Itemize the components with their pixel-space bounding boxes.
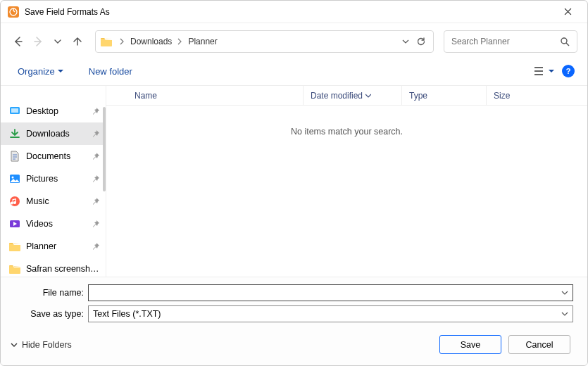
chevron-right-icon: [120, 38, 125, 45]
savetype-label: Save as type:: [1, 309, 88, 319]
sidebar-item-label: Music: [26, 196, 49, 206]
titlebar: Save Field Formats As: [1, 1, 587, 23]
search-input[interactable]: [451, 37, 560, 46]
svg-point-5: [12, 177, 14, 179]
recent-locations-button[interactable]: [50, 33, 65, 50]
caret-down-icon[interactable]: [561, 289, 568, 296]
document-icon: [9, 151, 20, 162]
nav-forward-button[interactable]: [30, 33, 46, 50]
sidebar-item-safran-screenshots[interactable]: Safran screenshots: [1, 258, 106, 280]
nav-up-button[interactable]: [70, 33, 85, 50]
hide-folders-button[interactable]: Hide Folders: [11, 340, 72, 350]
app-icon: [8, 6, 19, 18]
empty-message: No items match your search.: [106, 106, 587, 277]
main-split: Desktop Downloads Documents Pictures Mus…: [1, 86, 587, 277]
close-button[interactable]: [555, 2, 580, 22]
pin-icon: [92, 175, 100, 183]
help-button[interactable]: ?: [562, 65, 575, 77]
pin-icon: [92, 198, 100, 206]
sidebar-item-label: Planner: [26, 241, 56, 251]
save-button[interactable]: Save: [439, 335, 501, 354]
pin-icon: [92, 220, 100, 228]
column-size[interactable]: Size: [487, 86, 587, 105]
sidebar-item-label: Desktop: [26, 106, 58, 116]
search-icon: [560, 37, 570, 46]
hide-folders-label: Hide Folders: [22, 340, 72, 350]
pin-icon: [92, 243, 100, 251]
sidebar-item-music[interactable]: Music: [1, 190, 106, 213]
pin-icon: [92, 108, 100, 115]
save-form: File name: Save as type: Text Files (*.T…: [1, 277, 587, 365]
address-bar[interactable]: Downloads Planner: [95, 30, 434, 53]
sidebar-item-downloads[interactable]: Downloads: [1, 122, 106, 145]
folder-icon: [9, 241, 20, 252]
filename-input[interactable]: [88, 284, 573, 301]
sidebar-item-videos[interactable]: Videos: [1, 213, 106, 235]
view-options-button[interactable]: [534, 63, 555, 80]
sidebar-item-desktop[interactable]: Desktop: [1, 100, 106, 122]
filename-label: File name:: [1, 288, 88, 298]
svg-point-6: [10, 196, 20, 206]
organize-button[interactable]: Organize: [13, 63, 68, 80]
desktop-icon: [9, 106, 20, 117]
sidebar-item-planner[interactable]: Planner: [1, 235, 106, 258]
address-dropdown-button[interactable]: [402, 38, 409, 45]
sidebar-item-label: Pictures: [26, 174, 58, 184]
pin-icon: [92, 153, 100, 160]
cancel-button[interactable]: Cancel: [508, 335, 570, 354]
toolbar: Organize New folder ?: [1, 60, 587, 86]
caret-down-icon: [549, 68, 554, 74]
sidebar-item-documents[interactable]: Documents: [1, 145, 106, 168]
chevron-right-icon: [177, 38, 182, 45]
column-date-modified[interactable]: Date modified: [304, 86, 402, 105]
organize-label: Organize: [18, 66, 55, 77]
sort-caret-icon: [365, 93, 371, 99]
window-title: Save Field Formats As: [25, 7, 555, 17]
file-list-area: Name Date modified Type Size No items ma…: [106, 86, 587, 277]
column-headers: Name Date modified Type Size: [106, 86, 587, 106]
new-folder-label: New folder: [89, 66, 132, 77]
chevron-down-icon: [11, 341, 18, 348]
savetype-value: Text Files (*.TXT): [93, 309, 161, 319]
breadcrumb-planner[interactable]: Planner: [184, 35, 221, 48]
download-icon: [9, 128, 20, 139]
caret-down-icon: [58, 68, 63, 74]
picture-icon: [9, 173, 20, 184]
sidebar: Desktop Downloads Documents Pictures Mus…: [1, 86, 106, 277]
sidebar-item-label: Videos: [26, 219, 53, 229]
svg-rect-3: [11, 108, 18, 113]
sidebar-item-label: Documents: [26, 151, 70, 161]
refresh-button[interactable]: [416, 37, 426, 46]
pin-icon: [92, 130, 100, 138]
music-icon: [9, 196, 20, 207]
video-icon: [9, 218, 20, 229]
nav-row: Downloads Planner: [1, 23, 587, 60]
caret-down-icon[interactable]: [561, 310, 568, 317]
svg-point-1: [561, 38, 567, 44]
column-type[interactable]: Type: [402, 86, 487, 105]
folder-icon: [100, 36, 113, 47]
breadcrumb-downloads[interactable]: Downloads: [126, 35, 176, 48]
sidebar-item-label: Downloads: [26, 129, 70, 139]
sidebar-item-label: Safran screenshots: [26, 264, 100, 274]
savetype-combobox[interactable]: Text Files (*.TXT): [88, 305, 573, 322]
column-name[interactable]: Name: [106, 86, 304, 105]
sidebar-scrollbar[interactable]: [103, 107, 106, 191]
sidebar-item-pictures[interactable]: Pictures: [1, 168, 106, 190]
nav-back-button[interactable]: [11, 33, 26, 50]
folder-icon: [9, 263, 20, 274]
search-box[interactable]: [444, 30, 577, 53]
new-folder-button[interactable]: New folder: [85, 63, 137, 80]
